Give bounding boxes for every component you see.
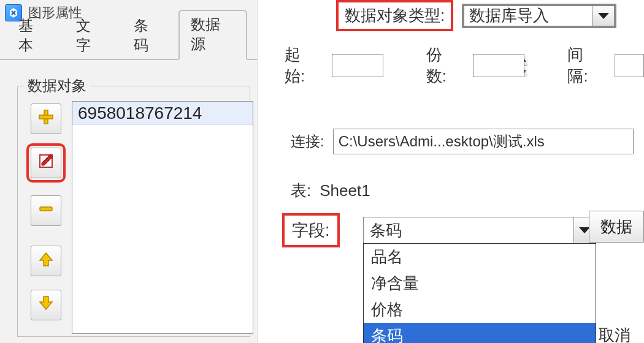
up-button[interactable] bbox=[31, 246, 61, 276]
field-option[interactable]: 价格 bbox=[364, 296, 596, 323]
sheet-label: 表: bbox=[291, 180, 311, 202]
svg-rect-1 bbox=[39, 115, 53, 119]
data-object-list[interactable]: 6958018767214 bbox=[72, 101, 253, 334]
edit-icon bbox=[37, 152, 55, 174]
data-type-row: 数据对象类型: 数据库导入 bbox=[336, 0, 616, 31]
field-value: 条码 bbox=[364, 220, 573, 241]
tab-3[interactable]: 数据源 bbox=[178, 10, 247, 60]
svg-rect-3 bbox=[40, 207, 52, 211]
interval-label: 间隔: bbox=[567, 44, 602, 87]
interval-input[interactable] bbox=[615, 54, 644, 77]
data-button[interactable]: 数据 bbox=[589, 211, 644, 243]
connection-row: 连接: C:\Users\Admi...esktop\测试.xls bbox=[291, 129, 634, 154]
tab-0[interactable]: 基本 bbox=[6, 11, 60, 60]
field-option[interactable]: 条码 bbox=[364, 323, 596, 343]
list-item[interactable]: 6958018767214 bbox=[72, 102, 253, 125]
edit-button[interactable] bbox=[31, 148, 61, 178]
tab-1[interactable]: 文字 bbox=[64, 11, 118, 60]
dropdown-toggle[interactable] bbox=[592, 6, 614, 26]
right-panel: 数据对象类型: 数据库导入 起始: ▲ ▼ 份数: ▲ ▼ 间隔: bbox=[258, 0, 644, 343]
tabs: 基本文字条码数据源 bbox=[0, 31, 257, 60]
numbers-row: 起始: ▲ ▼ 份数: ▲ ▼ 间隔: bbox=[285, 44, 644, 87]
data-type-label: 数据对象类型: bbox=[336, 0, 453, 31]
add-icon bbox=[37, 108, 55, 130]
connection-label: 连接: bbox=[291, 132, 324, 151]
field-option[interactable]: 品名 bbox=[364, 244, 596, 270]
add-button[interactable] bbox=[31, 104, 61, 134]
cancel-button-fragment[interactable]: 取消 bbox=[599, 325, 644, 343]
data-object-group: 数据对象 6958018767214 bbox=[17, 86, 250, 337]
tab-2[interactable]: 条码 bbox=[121, 11, 175, 60]
field-select[interactable]: 条码 品名净含量价格条码 bbox=[363, 217, 596, 244]
field-label: 字段: bbox=[282, 213, 340, 247]
connection-path[interactable]: C:\Users\Admi...esktop\测试.xls bbox=[333, 129, 634, 154]
data-type-value: 数据库导入 bbox=[464, 5, 592, 26]
field-row: 字段: 条码 品名净含量价格条码 bbox=[282, 213, 596, 247]
field-dropdown[interactable]: 品名净含量价格条码 bbox=[363, 243, 596, 343]
up-icon bbox=[37, 250, 55, 272]
sheet-row: 表: Sheet1 bbox=[291, 180, 370, 202]
down-button[interactable] bbox=[31, 290, 61, 320]
left-panel: 图形属性 基本文字条码数据源 数据对象 6958018767214 bbox=[0, 0, 258, 343]
remove-icon bbox=[37, 200, 55, 222]
chevron-down-icon bbox=[598, 13, 609, 19]
start-spinner[interactable]: ▲ ▼ bbox=[332, 54, 383, 77]
copies-label: 份数: bbox=[426, 44, 461, 87]
data-object-group-title: 数据对象 bbox=[24, 76, 90, 96]
data-type-select[interactable]: 数据库导入 bbox=[462, 4, 616, 28]
data-object-buttons bbox=[26, 104, 66, 320]
remove-button[interactable] bbox=[31, 195, 61, 226]
sheet-value: Sheet1 bbox=[320, 181, 370, 200]
start-label: 起始: bbox=[285, 44, 320, 87]
copies-spinner[interactable]: ▲ ▼ bbox=[473, 54, 524, 77]
field-option[interactable]: 净含量 bbox=[364, 270, 596, 296]
down-icon bbox=[37, 294, 55, 316]
